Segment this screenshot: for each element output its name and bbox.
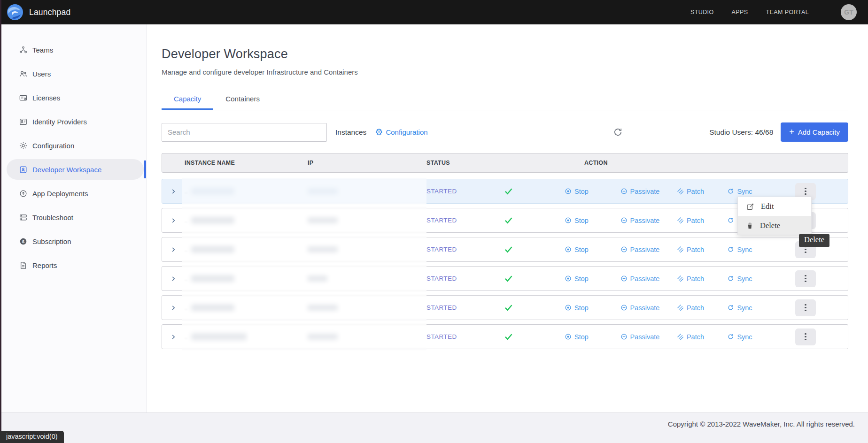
redacted-instance-name [191, 333, 247, 340]
passivate-icon [620, 304, 628, 311]
chevron-right-icon[interactable] [170, 188, 177, 195]
sync-action[interactable]: Sync [716, 304, 763, 312]
sidebar-item-licenses[interactable]: Licenses [7, 87, 144, 108]
sidebar-item-troubleshoot[interactable]: Troubleshoot [7, 207, 144, 228]
table-row[interactable]: .. STARTED Stop Passivate Patch [162, 237, 848, 262]
sidebar-item-label: Licenses [32, 94, 60, 102]
menu-item-delete[interactable]: Delete [738, 216, 811, 235]
table-row[interactable]: .. STARTED Stop Passivate Patch [162, 324, 848, 349]
edit-icon [746, 203, 754, 211]
chevron-right-icon[interactable] [170, 334, 177, 340]
page-title: Developer Workspace [162, 47, 848, 61]
sync-action[interactable]: Sync [716, 333, 763, 341]
passivate-action[interactable]: Passivate [615, 304, 665, 312]
passivate-action[interactable]: Passivate [615, 333, 665, 341]
avatar[interactable]: GT [841, 4, 857, 20]
sidebar-item-developer-workspace[interactable]: Developer Workspace [7, 159, 144, 180]
sidebar-item-configuration[interactable]: Configuration [7, 135, 144, 156]
app-deployments-icon [19, 189, 28, 198]
status-badge: STARTED [426, 304, 479, 311]
passivate-action[interactable]: Passivate [615, 275, 665, 283]
stop-icon [565, 304, 572, 311]
chevron-right-icon[interactable] [170, 275, 177, 282]
row-menu-button[interactable] [795, 270, 816, 287]
chevron-right-icon[interactable] [170, 305, 177, 311]
instances-table: INSTANCE NAME IP STATUS ACTION .. STARTE… [162, 153, 848, 349]
configuration-link[interactable]: ⚙ Configuration [375, 128, 427, 137]
row-menu-button[interactable] [795, 328, 816, 345]
stop-action[interactable]: Stop [538, 304, 615, 312]
stop-action[interactable]: Stop [538, 246, 615, 253]
sync-action[interactable]: Sync [716, 188, 763, 195]
nav-apps[interactable]: APPS [732, 9, 748, 15]
chevron-right-icon[interactable] [170, 217, 177, 224]
topnav: STUDIO APPS TEAM PORTAL GT [690, 4, 857, 20]
nav-studio[interactable]: STUDIO [690, 9, 714, 15]
patch-action[interactable]: Patch [665, 217, 716, 224]
status-badge: STARTED [426, 217, 479, 224]
passivate-icon [620, 333, 628, 340]
studio-users-count: Studio Users: 46/68 [709, 128, 773, 137]
users-icon [19, 69, 28, 78]
redacted-ip [308, 275, 327, 282]
redacted-ip [308, 217, 338, 223]
sidebar-item-users[interactable]: Users [7, 63, 144, 84]
tab-capacity[interactable]: Capacity [162, 90, 213, 110]
redacted-prefix: .. [185, 247, 187, 252]
status-badge: STARTED [426, 275, 479, 282]
header-status: STATUS [426, 160, 584, 166]
stop-action[interactable]: Stop [538, 333, 615, 341]
table-row[interactable]: .. STARTED Stop Passivate Patch [162, 266, 848, 291]
redacted-instance-name [191, 304, 234, 311]
sidebar-item-identity-providers[interactable]: Identity Providers [7, 111, 144, 132]
sidebar-item-reports[interactable]: Reports [7, 255, 144, 275]
refresh-button[interactable] [613, 128, 622, 137]
sync-action[interactable]: Sync [716, 275, 763, 283]
kebab-icon [805, 188, 806, 190]
status-badge: STARTED [426, 246, 479, 253]
redacted-instance-name [191, 188, 234, 195]
search-input[interactable] [162, 123, 327, 142]
patch-icon [677, 188, 684, 195]
patch-action[interactable]: Patch [665, 333, 716, 341]
stop-action[interactable]: Stop [538, 275, 615, 283]
stop-action[interactable]: Stop [538, 188, 615, 195]
tab-containers[interactable]: Containers [213, 90, 272, 110]
configuration-icon [19, 141, 28, 150]
patch-action[interactable]: Patch [665, 304, 716, 312]
redacted-instance-name [191, 275, 234, 282]
passivate-icon [620, 188, 628, 195]
sync-action[interactable]: Sync [716, 246, 763, 253]
sidebar: Teams Users Licenses Identity Providers … [0, 24, 147, 412]
chevron-right-icon[interactable] [170, 246, 177, 253]
passivate-action[interactable]: Passivate [615, 246, 665, 253]
troubleshoot-icon [19, 213, 28, 222]
topbar: Launchpad STUDIO APPS TEAM PORTAL GT [0, 0, 868, 24]
redacted-prefix: .. [185, 276, 187, 282]
delete-tooltip: Delete [799, 234, 829, 247]
redacted-instance-name [191, 217, 234, 224]
patch-action[interactable]: Patch [665, 246, 716, 253]
redacted-prefix: .. [185, 189, 187, 194]
row-menu-button[interactable] [795, 299, 816, 316]
sync-icon [727, 188, 734, 195]
stop-icon [565, 217, 572, 224]
passivate-action[interactable]: Passivate [615, 217, 665, 224]
passivate-action[interactable]: Passivate [615, 188, 665, 195]
sidebar-item-label: App Deployments [32, 190, 88, 198]
developer-workspace-icon [19, 165, 28, 174]
add-capacity-button[interactable]: + Add Capacity [781, 122, 848, 142]
nav-team-portal[interactable]: TEAM PORTAL [766, 9, 809, 15]
sidebar-item-subscription[interactable]: $ Subscription [7, 231, 144, 252]
browser-status-bubble: javascript:void(0) [0, 431, 64, 443]
sidebar-item-app-deployments[interactable]: App Deployments [7, 183, 144, 204]
stop-action[interactable]: Stop [538, 217, 615, 224]
table-row[interactable]: .. STARTED Stop Passivate Patch [162, 295, 848, 320]
patch-action[interactable]: Patch [665, 188, 716, 195]
menu-item-edit[interactable]: Edit [738, 197, 811, 216]
patch-icon [677, 304, 684, 311]
brand-label: Launchpad [29, 8, 70, 17]
trash-icon [746, 222, 753, 229]
sidebar-item-teams[interactable]: Teams [7, 39, 144, 60]
patch-action[interactable]: Patch [665, 275, 716, 283]
